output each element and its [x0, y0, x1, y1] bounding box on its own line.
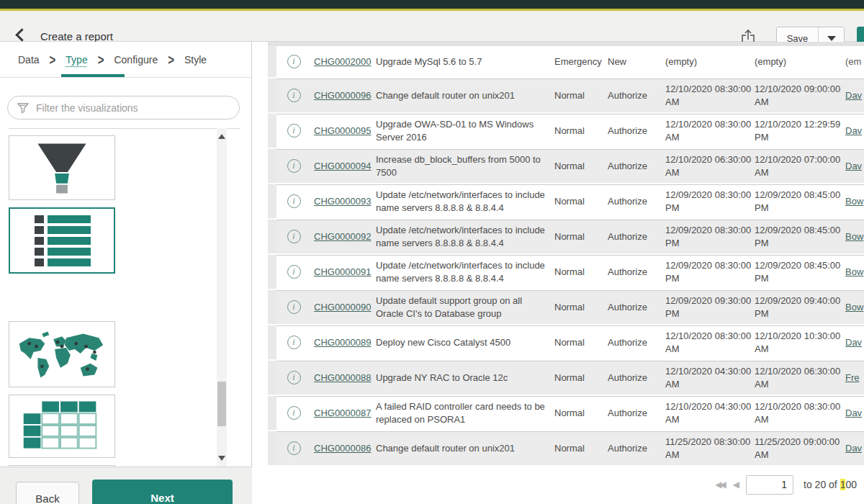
table-row[interactable]: i CHG0000093 Update /etc/network/interfa…	[268, 183, 864, 218]
row-info-cell: i	[276, 255, 314, 289]
viz-thumb-list[interactable]	[9, 207, 115, 274]
scroll-up-icon[interactable]	[218, 134, 225, 139]
info-icon[interactable]: i	[287, 55, 301, 68]
table-row[interactable]: i CHG0000089 Deploy new Cisco Catalyst 4…	[268, 324, 864, 359]
end-date-cell: (empty)	[755, 46, 845, 77]
assigned-to-link[interactable]: Dav	[845, 161, 862, 171]
end-date-cell: 11/25/2020 09:00:00 AM	[755, 431, 845, 465]
assigned-to-link[interactable]: Bow	[845, 196, 863, 207]
scroll-down-icon[interactable]	[218, 456, 225, 461]
info-icon[interactable]: i	[287, 441, 301, 455]
info-icon[interactable]: i	[287, 300, 301, 314]
assigned-to-link[interactable]: (em	[845, 56, 861, 67]
assigned-to-link[interactable]: Bow	[845, 266, 863, 277]
change-number-link[interactable]: CHG0000096	[314, 90, 372, 101]
back-button[interactable]: Back	[16, 482, 79, 504]
priority-cell: Normal	[550, 361, 608, 395]
assigned-to-link[interactable]: Dav	[845, 90, 862, 101]
change-number-link[interactable]: CHG0000087	[314, 408, 372, 418]
change-number-cell: CHG0000095	[314, 114, 376, 148]
assigned-to-cell: Bow	[845, 184, 864, 218]
change-number-link[interactable]: CHG0000088	[314, 372, 372, 383]
assigned-to-link[interactable]: Dav	[845, 125, 862, 136]
viz-thumb-heatmap-table[interactable]	[9, 395, 115, 458]
info-icon[interactable]: i	[287, 124, 301, 138]
end-date-cell: 12/09/2020 08:45:00 PM	[755, 220, 845, 253]
scrollbar-thumb[interactable]	[217, 382, 226, 426]
state-cell: Authorize	[608, 361, 665, 395]
info-icon[interactable]: i	[287, 230, 301, 243]
previous-page-icon[interactable]: ◀	[733, 480, 737, 490]
viz-thumb-funnel[interactable]	[9, 135, 115, 200]
table-row[interactable]: i CHG0000092 Update /etc/network/interfa…	[268, 218, 864, 253]
change-number-link[interactable]: CHG0000093	[314, 196, 372, 207]
table-row[interactable]: i CHG0000096 Change default router on un…	[268, 77, 864, 112]
table-row[interactable]: i CHG0002000 Upgrade MySql 5.6 to 5.7 Em…	[268, 46, 864, 77]
active-step-indicator	[61, 74, 125, 77]
assigned-to-link[interactable]: Fre	[845, 372, 860, 383]
table-row[interactable]: i CHG0000094 Increase db_block_buffers f…	[268, 148, 864, 183]
assigned-to-link[interactable]: Bow	[845, 302, 863, 312]
start-date-cell: 12/09/2020 08:30:00 PM	[665, 220, 755, 253]
row-info-cell: i	[276, 114, 314, 148]
page-title: Create a report	[40, 30, 113, 42]
assigned-to-link[interactable]: Dav	[845, 443, 862, 454]
page-number-input[interactable]	[746, 475, 793, 495]
assigned-to-link[interactable]: Bow	[845, 231, 863, 242]
table-row[interactable]: i CHG0000095 Upgrade OWA-SD-01 to MS Win…	[268, 112, 864, 148]
row-info-cell: i	[276, 78, 314, 112]
table-row[interactable]: i CHG0000088 Upgrade NY RAC to Oracle 12…	[268, 359, 864, 395]
change-number-link[interactable]: CHG0000090	[314, 302, 372, 312]
change-number-link[interactable]: CHG0002000	[314, 56, 372, 67]
info-icon[interactable]: i	[287, 89, 301, 102]
assigned-to-cell: Bow	[845, 290, 864, 324]
step-data[interactable]: Data	[18, 54, 40, 66]
assigned-to-link[interactable]: Dav	[845, 408, 862, 418]
assigned-to-link[interactable]: Dav	[845, 337, 862, 348]
table-row[interactable]: i CHG0000090 Update default support grou…	[268, 289, 864, 324]
step-type[interactable]: Type	[66, 54, 87, 66]
end-date-cell: 12/10/2020 09:00:00 AM	[755, 78, 845, 112]
priority-cell: Normal	[550, 290, 608, 324]
step-style[interactable]: Style	[184, 54, 207, 66]
info-icon[interactable]: i	[287, 265, 301, 279]
start-date-cell: 12/10/2020 08:30:00 AM	[665, 78, 755, 112]
row-info-cell: i	[276, 149, 314, 183]
top-brand-bar	[0, 0, 864, 9]
change-number-link[interactable]: CHG0000089	[314, 337, 372, 348]
change-number-link[interactable]: CHG0000094	[314, 161, 372, 171]
info-icon[interactable]: i	[287, 194, 301, 208]
change-number-link[interactable]: CHG0000095	[314, 125, 372, 136]
priority-cell: Normal	[550, 325, 608, 359]
table-row[interactable]: i CHG0000086 Change default router on un…	[268, 430, 864, 465]
table-row[interactable]: i CHG0000087 A failed RAID controller ca…	[268, 395, 864, 430]
priority-cell: Normal	[550, 149, 608, 183]
viz-list-scrollbar[interactable]	[217, 128, 227, 467]
next-button[interactable]: Next	[92, 480, 233, 504]
back-arrow-icon[interactable]	[15, 28, 28, 41]
info-icon[interactable]: i	[287, 406, 301, 420]
row-gutter	[268, 220, 276, 253]
table-row[interactable]: i CHG0000091 Update /etc/network/interfa…	[268, 253, 864, 289]
end-date-cell: 12/09/2020 08:45:00 PM	[755, 255, 845, 289]
state-cell: Authorize	[608, 114, 665, 148]
change-number-link[interactable]: CHG0000086	[314, 443, 372, 454]
info-icon[interactable]: i	[287, 371, 301, 384]
first-page-icon[interactable]: ◀◀	[715, 480, 724, 490]
change-number-cell: CHG0000087	[314, 396, 376, 430]
start-date-cell: 12/10/2020 04:30:00 AM	[665, 396, 755, 430]
step-configure[interactable]: Configure	[114, 54, 158, 66]
change-number-link[interactable]: CHG0000091	[314, 266, 372, 277]
app-header: Create a report Save	[0, 11, 864, 42]
priority-cell: Normal	[550, 431, 608, 465]
filter-funnel-icon	[17, 102, 30, 114]
info-icon[interactable]: i	[287, 336, 301, 349]
state-cell: New	[608, 46, 665, 77]
row-gutter	[268, 361, 276, 395]
change-number-link[interactable]: CHG0000092	[314, 231, 372, 242]
short-description-cell: Deploy new Cisco Catalyst 4500	[376, 325, 550, 359]
filter-input[interactable]	[36, 102, 239, 114]
viz-thumb-world-map[interactable]	[9, 321, 115, 387]
row-info-cell: i	[276, 396, 314, 430]
info-icon[interactable]: i	[287, 159, 301, 173]
